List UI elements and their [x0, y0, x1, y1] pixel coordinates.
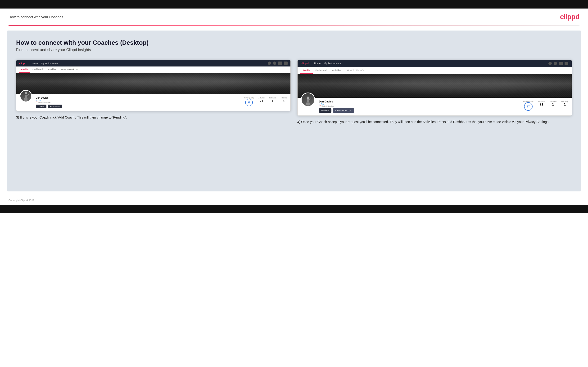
left-mock-browser: clippd Home My Performance Profile: [16, 60, 291, 111]
left-stat-followers-label: Followers: [269, 97, 276, 99]
screenshots-row: clippd Home My Performance Profile: [16, 60, 572, 125]
left-stat-activities: Activities 71: [259, 97, 265, 106]
right-unfollow-button[interactable]: Unfollow: [319, 108, 331, 113]
left-mock-hero: [16, 73, 290, 94]
left-user-icon[interactable]: [273, 61, 276, 65]
right-tab-whattoworkon[interactable]: What To Work On: [344, 67, 367, 74]
remove-x-icon: ✕: [350, 109, 352, 112]
right-nav-home[interactable]: Home: [314, 62, 320, 65]
svg-point-5: [307, 97, 309, 99]
right-remove-coach-button[interactable]: Remove Coach ✕: [333, 108, 355, 113]
svg-rect-1: [25, 95, 27, 98]
right-mock-tabs: Profile Dashboard Activities What To Wor…: [298, 67, 572, 74]
left-avatar-inner: [20, 91, 31, 101]
left-mock-stats: Player Quality 97 Activities 71 Follower…: [244, 96, 287, 106]
svg-line-9: [309, 99, 311, 100]
right-tab-activities[interactable]: Activities: [329, 67, 344, 74]
footer: Copyright Clippd 2022: [0, 196, 588, 205]
left-unfollow-button[interactable]: Unfollow: [36, 105, 46, 108]
right-stat-following-value: 1: [564, 102, 566, 106]
left-settings-icon[interactable]: [278, 61, 282, 65]
left-nav-performance[interactable]: My Performance: [41, 62, 58, 65]
svg-rect-7: [306, 102, 308, 106]
svg-rect-6: [307, 99, 309, 102]
right-nav-performance[interactable]: My Performance: [324, 62, 341, 65]
left-mock-nav: clippd Home My Performance: [16, 60, 290, 67]
left-mock-nav-icons: [268, 61, 288, 65]
main-heading: How to connect with your Coaches (Deskto…: [16, 39, 572, 46]
right-stat-following: Following 1: [561, 100, 568, 111]
left-stat-followers-value: 1: [272, 99, 273, 103]
left-tab-activities[interactable]: Activities: [45, 67, 59, 73]
right-tab-profile[interactable]: Profile: [300, 67, 313, 74]
right-mock-nav-links: Home My Performance: [314, 62, 544, 65]
main-content: How to connect with your Coaches (Deskto…: [7, 31, 581, 192]
left-tab-profile[interactable]: Profile: [19, 67, 30, 73]
top-bar: [0, 0, 588, 8]
left-stat-quality-label: Player Quality: [244, 97, 254, 99]
main-subheading: Find, connect and share your Clippd insi…: [16, 48, 572, 52]
right-user-info: Dan Davies ✔ Pro 📍 United Kingdom Unfoll…: [319, 100, 354, 113]
right-tab-dashboard[interactable]: Dashboard: [313, 67, 329, 74]
svg-rect-3: [26, 98, 27, 101]
page-title: How to connect with your Coaches: [9, 15, 63, 19]
right-user-badge: ✔ Pro: [319, 103, 354, 105]
left-username: Dan Davies: [36, 97, 62, 99]
svg-point-0: [25, 92, 27, 94]
right-mock-nav-icons: [548, 62, 568, 65]
add-icon: +: [59, 105, 60, 108]
left-stat-activities-value: 71: [260, 99, 263, 103]
left-stat-following-value: 1: [283, 99, 285, 103]
logo: clippd: [560, 13, 579, 21]
left-globe-icon[interactable]: [284, 61, 288, 65]
left-search-icon[interactable]: [268, 61, 271, 65]
left-description: 3) If this is your Coach click 'Add Coac…: [16, 115, 291, 120]
right-mock-stats: Player Quality 97 Activities 71 Follower…: [523, 100, 568, 111]
right-user-actions: Unfollow Remove Coach ✕: [319, 108, 354, 113]
left-mock-logo: clippd: [19, 62, 26, 65]
left-hero-overlay: [16, 73, 290, 94]
right-description: 4) Once your Coach accepts your request …: [297, 119, 572, 125]
right-user-location: 📍 United Kingdom: [319, 105, 354, 107]
right-globe-icon[interactable]: [564, 62, 568, 65]
left-mock-profile-info: Dan Davies ✔ Pro 📍 United Kingdom Unfoll…: [16, 94, 290, 111]
right-avatar-inner: [302, 93, 314, 106]
header-divider: [9, 25, 579, 26]
right-username: Dan Davies: [319, 100, 354, 103]
right-mock-logo: clippd: [301, 62, 308, 65]
right-mock-browser: clippd Home My Performance Profile: [297, 60, 572, 116]
right-stat-activities: Activities 71: [538, 100, 545, 111]
left-mock-tabs: Profile Dashboard Activities What To Wor…: [16, 67, 290, 73]
right-stat-following-label: Following: [561, 100, 568, 102]
left-tab-whattoworkon[interactable]: What To Work On: [59, 67, 80, 73]
left-nav-home[interactable]: Home: [32, 62, 38, 65]
bottom-bar: [0, 205, 588, 213]
svg-line-4: [27, 94, 29, 96]
left-stat-activities-label: Activities: [259, 97, 265, 99]
right-settings-icon[interactable]: [559, 62, 563, 65]
left-add-coach-button[interactable]: Add Coach +: [48, 105, 62, 108]
right-stat-activities-label: Activities: [538, 100, 545, 102]
right-stat-followers-label: Followers: [549, 100, 556, 102]
left-stat-following-label: Following: [281, 97, 287, 99]
svg-rect-2: [24, 98, 26, 101]
left-user-badge: ✔ Pro: [36, 99, 62, 101]
right-stat-activities-value: 71: [540, 102, 544, 106]
left-tab-dashboard[interactable]: Dashboard: [30, 67, 45, 73]
right-mock-hero: [298, 74, 572, 98]
left-stat-quality: Player Quality 97: [244, 97, 254, 106]
right-search-icon[interactable]: [548, 62, 552, 65]
left-avatar: [20, 90, 32, 102]
right-stat-followers: Followers 1: [549, 100, 556, 111]
left-stat-followers: Followers 1: [269, 97, 276, 106]
right-mock-nav: clippd Home My Performance: [298, 60, 572, 67]
header: How to connect with your Coaches clippd: [0, 8, 588, 25]
copyright: Copyright Clippd 2022: [9, 199, 34, 202]
right-golfer-silhouette: [304, 96, 311, 106]
left-user-location: 📍 United Kingdom: [36, 101, 62, 103]
left-golfer-silhouette: [22, 92, 29, 101]
left-stat-following: Following 1: [281, 97, 287, 106]
left-user-actions: Unfollow Add Coach +: [36, 105, 62, 108]
right-user-icon[interactable]: [554, 62, 557, 65]
right-mock-profile-info: Dan Davies ✔ Pro 📍 United Kingdom Unfoll…: [298, 98, 572, 116]
